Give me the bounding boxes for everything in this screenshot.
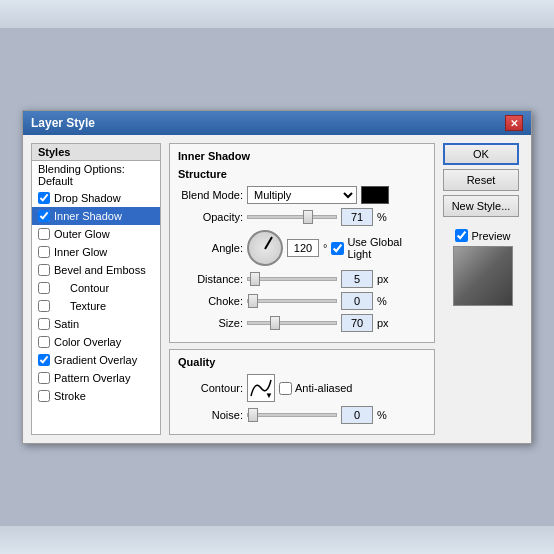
degree-symbol: ° xyxy=(323,242,327,254)
dialog-content: Styles Blending Options: Default Drop Sh… xyxy=(23,135,531,443)
sidebar-item-satin[interactable]: Satin xyxy=(32,315,160,333)
opacity-label: Opacity: xyxy=(178,211,243,223)
ok-button[interactable]: OK xyxy=(443,143,519,165)
sidebar-item-pattern-overlay[interactable]: Pattern Overlay xyxy=(32,369,160,387)
sidebar-item-stroke[interactable]: Stroke xyxy=(32,387,160,405)
contour-checkbox[interactable] xyxy=(38,282,50,294)
stroke-label: Stroke xyxy=(54,390,86,402)
sidebar-item-inner-shadow[interactable]: Inner Shadow xyxy=(32,207,160,225)
angle-row: Angle: ° Use Global Light xyxy=(178,230,426,266)
gradient-overlay-label: Gradient Overlay xyxy=(54,354,137,366)
blend-mode-label: Blend Mode: xyxy=(178,189,243,201)
sidebar-item-bevel-emboss[interactable]: Bevel and Emboss xyxy=(32,261,160,279)
dialog-titlebar: Layer Style ✕ xyxy=(23,111,531,135)
outer-glow-checkbox[interactable] xyxy=(38,228,50,240)
angle-input[interactable] xyxy=(287,239,319,257)
bevel-emboss-label: Bevel and Emboss xyxy=(54,264,146,276)
noise-row: Noise: % xyxy=(178,406,426,424)
size-slider-container xyxy=(247,321,337,325)
quality-title: Quality xyxy=(178,356,426,368)
distance-unit: px xyxy=(377,273,391,285)
outer-glow-label: Outer Glow xyxy=(54,228,110,240)
contour-preview[interactable]: ▼ xyxy=(247,374,275,402)
sidebar-item-blending[interactable]: Blending Options: Default xyxy=(32,161,160,189)
satin-checkbox[interactable] xyxy=(38,318,50,330)
distance-row: Distance: px xyxy=(178,270,426,288)
texture-checkbox[interactable] xyxy=(38,300,50,312)
inner-shadow-checkbox[interactable] xyxy=(38,210,50,222)
blending-label: Blending Options: Default xyxy=(38,163,154,187)
preview-thumbnail xyxy=(453,246,513,306)
choke-input[interactable] xyxy=(341,292,373,310)
styles-panel: Styles Blending Options: Default Drop Sh… xyxy=(31,143,161,435)
stroke-checkbox[interactable] xyxy=(38,390,50,402)
texture-label: Texture xyxy=(70,300,106,312)
preview-checkbox[interactable] xyxy=(455,229,468,242)
blend-mode-row: Blend Mode: Multiply Normal Screen Overl… xyxy=(178,186,426,204)
noise-label: Noise: xyxy=(178,409,243,421)
taskbar-bottom xyxy=(0,526,554,554)
pattern-overlay-checkbox[interactable] xyxy=(38,372,50,384)
distance-slider-container xyxy=(247,277,337,281)
sidebar-item-inner-glow[interactable]: Inner Glow xyxy=(32,243,160,261)
opacity-row: Opacity: % xyxy=(178,208,426,226)
choke-slider-container xyxy=(247,299,337,303)
sidebar-item-gradient-overlay[interactable]: Gradient Overlay xyxy=(32,351,160,369)
sidebar-item-contour[interactable]: Contour xyxy=(32,279,160,297)
size-unit: px xyxy=(377,317,391,329)
sidebar-item-color-overlay[interactable]: Color Overlay xyxy=(32,333,160,351)
contour-dropdown-arrow: ▼ xyxy=(265,391,273,400)
anti-alias-label: Anti-aliased xyxy=(295,382,352,394)
desktop: Layer Style ✕ Styles Blending Options: D… xyxy=(0,0,554,554)
noise-slider-container xyxy=(247,413,337,417)
dial-line-indicator xyxy=(264,236,273,249)
structure-title: Structure xyxy=(178,168,426,180)
preview-section: Preview xyxy=(443,229,523,306)
blend-mode-select[interactable]: Multiply Normal Screen Overlay xyxy=(247,186,357,204)
opacity-input[interactable] xyxy=(341,208,373,226)
contour-row: Contour: ▼ Anti-aliased xyxy=(178,374,426,402)
noise-slider[interactable] xyxy=(247,413,337,417)
noise-unit: % xyxy=(377,409,391,421)
dialog-title: Layer Style xyxy=(31,116,95,130)
angle-dial[interactable] xyxy=(247,230,283,266)
quality-section: Quality Contour: ▼ Anti-aliased xyxy=(169,349,435,435)
sidebar-item-outer-glow[interactable]: Outer Glow xyxy=(32,225,160,243)
preview-label: Preview xyxy=(471,230,510,242)
choke-row: Choke: % xyxy=(178,292,426,310)
distance-input[interactable] xyxy=(341,270,373,288)
use-global-light-label: Use Global Light xyxy=(347,236,426,260)
size-label: Size: xyxy=(178,317,243,329)
sidebar-item-drop-shadow[interactable]: Drop Shadow xyxy=(32,189,160,207)
inner-shadow-label: Inner Shadow xyxy=(54,210,122,222)
size-row: Size: px xyxy=(178,314,426,332)
taskbar-top xyxy=(0,0,554,28)
shadow-color-swatch[interactable] xyxy=(361,186,389,204)
close-button[interactable]: ✕ xyxy=(505,115,523,131)
sidebar-item-texture[interactable]: Texture xyxy=(32,297,160,315)
anti-alias-container: Anti-aliased xyxy=(279,382,352,395)
opacity-unit: % xyxy=(377,211,391,223)
distance-slider[interactable] xyxy=(247,277,337,281)
noise-input[interactable] xyxy=(341,406,373,424)
opacity-slider-container xyxy=(247,215,337,219)
anti-alias-checkbox[interactable] xyxy=(279,382,292,395)
pattern-overlay-label: Pattern Overlay xyxy=(54,372,130,384)
drop-shadow-checkbox[interactable] xyxy=(38,192,50,204)
size-slider[interactable] xyxy=(247,321,337,325)
choke-unit: % xyxy=(377,295,391,307)
inner-glow-checkbox[interactable] xyxy=(38,246,50,258)
reset-button[interactable]: Reset xyxy=(443,169,519,191)
inner-shadow-section: Inner Shadow Structure Blend Mode: Multi… xyxy=(169,143,435,343)
color-overlay-checkbox[interactable] xyxy=(38,336,50,348)
choke-slider[interactable] xyxy=(247,299,337,303)
styles-panel-header: Styles xyxy=(32,144,160,161)
gradient-overlay-checkbox[interactable] xyxy=(38,354,50,366)
bevel-emboss-checkbox[interactable] xyxy=(38,264,50,276)
layer-style-dialog: Layer Style ✕ Styles Blending Options: D… xyxy=(22,110,532,444)
new-style-button[interactable]: New Style... xyxy=(443,195,519,217)
size-input[interactable] xyxy=(341,314,373,332)
opacity-slider[interactable] xyxy=(247,215,337,219)
contour-row-label: Contour: xyxy=(178,382,243,394)
use-global-light-checkbox[interactable] xyxy=(331,242,344,255)
